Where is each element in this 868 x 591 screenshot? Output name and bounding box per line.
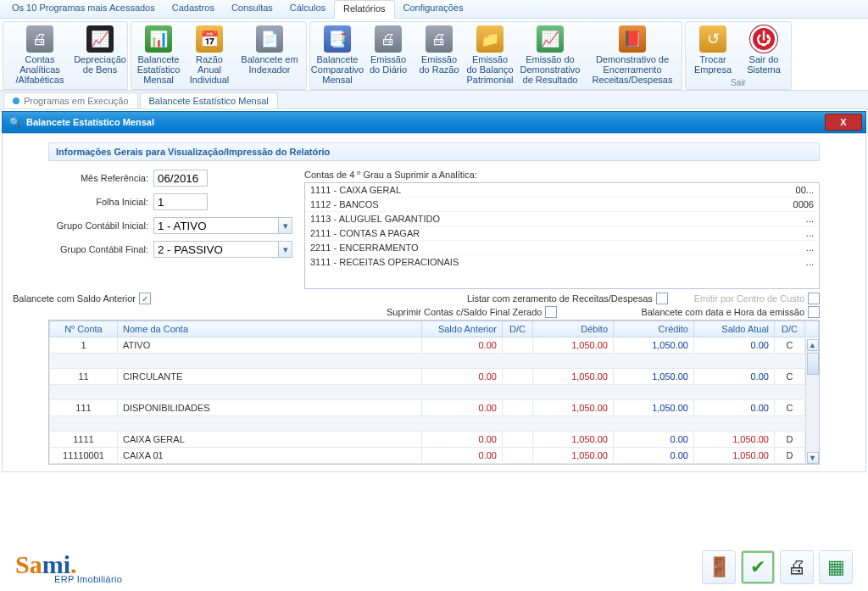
table-row[interactable]: 111DISPONIBILIDADES0.001,050.001,050.000… [50, 400, 819, 416]
menu-cadastros[interactable]: Cadastros [164, 0, 223, 18]
btn-emissao-demonstrativo[interactable]: 📈 Emissão do Demonstrativo de Resultado [515, 24, 585, 89]
btn-confirm[interactable]: ✔ [741, 550, 775, 584]
folha-label: Folha Inicial: [48, 197, 148, 207]
btn-depreciacao[interactable]: 📈 Depreciação de Bens [75, 24, 125, 89]
grid-scrollbar[interactable]: ▲ ▼ [805, 339, 819, 464]
chk-label: Listar com zeramento de Receitas/Despesa… [467, 293, 653, 304]
btn-label: Demonstrativo de Encerramento Receitas/D… [587, 54, 678, 85]
btn-razao-anual[interactable]: 📅 Razão Anual Individual [184, 24, 235, 89]
btn-label: Emissão do Razão [415, 54, 463, 75]
excel-icon: ▦ [827, 556, 845, 578]
table-row[interactable]: 1111CAIXA GERAL0.001,050.000.001,050.00D [50, 432, 819, 448]
printer-icon: 🖨 [787, 556, 806, 578]
btn-balancete-estatistico[interactable]: 📊 Balancete Estatístico Mensal [133, 24, 184, 89]
tab-status-icon [13, 98, 19, 104]
btn-exit[interactable]: 🚪 [702, 550, 736, 584]
tab-programas-execucao[interactable]: Programas em Execução [3, 92, 138, 109]
grupo-fin-select[interactable] [153, 241, 279, 258]
menu-configuracoes[interactable]: Configurações [395, 0, 472, 18]
contas-title: Contas de 4 º Grau a Suprimir a Analític… [304, 170, 820, 180]
btn-trocar-empresa[interactable]: ↺ Trocar Empresa [687, 24, 738, 78]
account-code: 00... [780, 185, 814, 195]
table-row[interactable] [50, 416, 819, 432]
window-title: Balancete Estatístico Mensal [26, 117, 154, 127]
grid-header[interactable]: Nº Conta [50, 321, 118, 337]
account-name: 1113 - ALUGUEL GARANTIDO [310, 214, 780, 224]
account-row[interactable]: 2111 - CONTAS A PAGAR... [305, 226, 819, 241]
chk-saldo-anterior[interactable]: Balancete com Saldo Anterior ✓ [13, 293, 151, 304]
printer-icon: 🖨 [26, 25, 53, 53]
grid-header[interactable]: Débito [533, 321, 614, 337]
account-row[interactable]: 1111 - CAIXA GERAL00... [305, 183, 819, 198]
tab-balancete[interactable]: Balancete Estatístico Mensal [140, 92, 278, 109]
menu-consultas[interactable]: Consultas [223, 0, 281, 18]
grid-header[interactable]: Saldo Anterior [422, 321, 503, 337]
btn-export-excel[interactable]: ▦ [819, 550, 853, 584]
document-tabs: Programas em Execução Balancete Estatíst… [0, 91, 868, 109]
btn-label: Contas Analíticas /Alfabéticas [7, 54, 73, 85]
grid-header[interactable]: D/C [503, 321, 533, 337]
ribbon-toolbar: 🖨 Contas Analíticas /Alfabéticas 📈 Depre… [0, 19, 868, 91]
table-row[interactable]: 11110001CAIXA 010.001,050.000.001,050.00… [50, 448, 819, 464]
chk-suprimir-zerado[interactable]: Suprimir Contas c/Saldo Final Zerado [387, 306, 557, 318]
grupo-ini-label: Grupo Contábil Inicial: [48, 220, 148, 231]
compare-icon: 📑 [324, 25, 351, 53]
grupo-ini-select[interactable] [153, 217, 279, 234]
account-row[interactable]: 3111 - RECEITAS OPERACIONAIS... [305, 255, 819, 269]
btn-balancete-indexador[interactable]: 📄 Balancete em Indexador [235, 24, 304, 89]
grid-header[interactable]: Nome da Conta [118, 321, 422, 337]
scroll-thumb[interactable] [807, 353, 819, 375]
bar-chart-icon: 📊 [145, 25, 172, 53]
account-name: 1111 - CAIXA GERAL [310, 185, 780, 195]
btn-demonstrativo-encerramento[interactable]: 📕 Demonstrativo de Encerramento Receitas… [585, 24, 680, 89]
grid-header[interactable]: D/C [775, 321, 805, 337]
window-close-button[interactable]: X [825, 114, 862, 131]
btn-emissao-razao[interactable]: 🖨 Emissão do Razão [414, 24, 465, 89]
chevron-down-icon[interactable]: ▾ [279, 241, 292, 258]
balancete-grid[interactable]: Nº Conta Nome da Conta Saldo Anterior D/… [49, 321, 819, 464]
account-row[interactable]: 1112 - BANCOS0006 [305, 198, 819, 212]
chevron-down-icon[interactable]: ▾ [279, 217, 292, 234]
book-icon: 📕 [619, 25, 646, 53]
table-row[interactable]: 1ATIVO0.001,050.001,050.000.00C [50, 337, 819, 354]
account-name: 2111 - CONTAS A PAGAR [310, 228, 780, 238]
grid-header[interactable]: Crédito [614, 321, 694, 337]
btn-contas-analiticas[interactable]: 🖨 Contas Analíticas /Alfabéticas [5, 24, 75, 89]
table-row[interactable] [50, 354, 819, 369]
checkbox-icon [656, 293, 668, 304]
contas-listbox[interactable]: 1111 - CAIXA GERAL00...1112 - BANCOS0006… [304, 182, 820, 289]
btn-emissao-diario[interactable]: 🖨 Emissão do Diário [363, 24, 414, 89]
chk-label: Emitir por Centro de Custo [694, 293, 804, 304]
account-code: 0006 [780, 199, 814, 209]
menu-relatorios[interactable]: Relatórios [334, 0, 395, 19]
logo-part1: Sa [15, 550, 42, 578]
table-row[interactable]: 11CIRCULANTE0.001,050.001,050.000.00C [50, 369, 819, 385]
chk-data-hora[interactable]: Balancete com data e Hora da emissão [641, 306, 820, 318]
mes-ref-input[interactable] [153, 170, 208, 187]
btn-print[interactable]: 🖨 [780, 550, 814, 584]
btn-label: Razão Anual Individual [186, 54, 233, 85]
menu-programas[interactable]: Os 10 Programas mais Acessados [3, 0, 164, 18]
window-titlebar: 🔍 Balancete Estatístico Mensal X [2, 111, 866, 133]
scroll-up-icon[interactable]: ▲ [807, 339, 819, 351]
table-row[interactable] [50, 385, 819, 400]
ribbon-group-3: 📑 Balancete Comparativo Mensal 🖨 Emissão… [309, 21, 682, 90]
account-code: ... [780, 243, 814, 253]
account-row[interactable]: 2211 - ENCERRAMENTO... [305, 241, 819, 255]
btn-balancete-comparativo[interactable]: 📑 Balancete Comparativo Mensal [312, 24, 363, 89]
ribbon-group-2: 📊 Balancete Estatístico Mensal 📅 Razão A… [131, 21, 307, 90]
menu-calculos[interactable]: Cálculos [281, 0, 334, 18]
chk-listar-zeramento[interactable]: Listar com zeramento de Receitas/Despesa… [467, 293, 668, 304]
account-row[interactable]: 1113 - ALUGUEL GARANTIDO... [305, 212, 819, 226]
folder-icon: 📁 [476, 25, 504, 53]
folha-input[interactable] [153, 193, 208, 210]
result-icon: 📈 [537, 25, 564, 53]
scroll-down-icon[interactable]: ▼ [807, 452, 819, 464]
btn-emissao-balanco[interactable]: 📁 Emissão do Balanço Patrimonial [465, 24, 515, 89]
btn-sair-sistema[interactable]: ⏻ Sair do Sistema [738, 24, 789, 78]
account-name: 1112 - BANCOS [310, 199, 780, 209]
grid-header[interactable]: Saldo Atual [694, 321, 775, 337]
printer-icon: 🖨 [426, 25, 453, 53]
ribbon-group-caption: Sair [731, 78, 746, 89]
account-code: ... [780, 257, 814, 267]
